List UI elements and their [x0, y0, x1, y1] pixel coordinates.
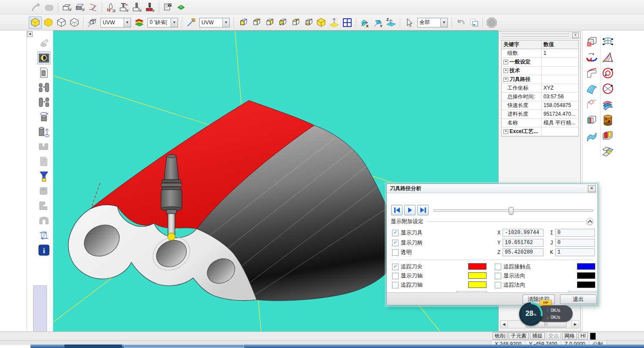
playback-slider[interactable] — [433, 209, 593, 212]
tool-holder-icon[interactable] — [37, 170, 50, 183]
y-position-field[interactable]: 19.651762 — [503, 239, 543, 247]
torus-icon[interactable] — [585, 50, 599, 64]
expand-icon[interactable]: + — [503, 60, 508, 64]
dialog-title-bar[interactable]: 刀具路径分析 ✕ — [387, 184, 597, 193]
expand-icon[interactable]: + — [503, 129, 508, 134]
expand-icon[interactable] — [503, 112, 506, 116]
uvw-arrow-icon[interactable] — [184, 17, 198, 29]
drill-red-block-icon[interactable] — [144, 1, 157, 13]
clipboard-icon[interactable] — [467, 17, 480, 29]
stock-box-blue-icon[interactable] — [74, 1, 87, 13]
stop-icon[interactable] — [485, 17, 498, 29]
expand-icon[interactable] — [503, 121, 506, 125]
drill-block-icon[interactable] — [131, 1, 144, 13]
scroll-right-arrow-icon[interactable]: ▶ — [571, 321, 579, 328]
table-row[interactable]: 进料长度951724.470... — [502, 110, 578, 119]
stock-height-icon[interactable] — [37, 125, 50, 138]
dialog-close-button[interactable]: ✕ — [588, 185, 596, 192]
shaded-cube-icon[interactable] — [29, 17, 42, 29]
drill-tool-icon[interactable] — [104, 1, 117, 13]
windows-taskbar[interactable] — [30, 345, 644, 348]
toggle-milling[interactable]: 铣削 — [493, 332, 507, 340]
cursor-icon[interactable] — [402, 17, 416, 29]
compare-stock-icon[interactable] — [37, 81, 50, 94]
toggle-snap[interactable]: 捕捉 — [530, 332, 545, 340]
play-button[interactable] — [404, 205, 416, 215]
split-stock-icon[interactable] — [37, 96, 50, 109]
mesh-surface-icon[interactable] — [601, 35, 615, 49]
show-axis-checkbox[interactable] — [392, 273, 399, 279]
swept-surface-icon[interactable] — [585, 82, 599, 96]
z-position-field[interactable]: 95.420289 — [503, 248, 543, 256]
undo-icon[interactable] — [454, 17, 467, 29]
table-row[interactable]: 快速长度158.054875 — [502, 101, 578, 110]
i-direction-field[interactable]: 0 — [555, 229, 595, 237]
solid-box-icon[interactable] — [585, 35, 599, 49]
chevron-down-icon[interactable]: ▼ — [222, 18, 229, 27]
collapse-left-toolbar-button[interactable]: ◀ — [27, 31, 33, 37]
view-back-cube-icon[interactable] — [249, 17, 262, 29]
post-process-icon[interactable] — [174, 1, 188, 13]
taskbar-segment[interactable] — [124, 345, 244, 348]
trace-tip-checkbox[interactable] — [392, 264, 399, 270]
patch-face-icon[interactable] — [601, 144, 615, 158]
panel-grip[interactable] — [501, 33, 569, 37]
expand-icon[interactable] — [503, 95, 506, 99]
axes-cube-icon[interactable] — [86, 17, 99, 29]
view-left-cube-icon[interactable] — [262, 17, 275, 29]
toggle-hi[interactable]: HI — [578, 332, 588, 340]
table-row[interactable]: 总操作时间:03:57:56 — [502, 93, 578, 101]
trace-contact-checkbox[interactable] — [495, 264, 501, 270]
table-row[interactable]: 名称模具 平行精... — [502, 119, 578, 127]
robot-arm-icon[interactable] — [30, 1, 43, 13]
toolpath-box-icon[interactable] — [117, 1, 131, 13]
chevron-down-icon[interactable]: ▼ — [171, 18, 178, 27]
axis-z-icon[interactable]: Z — [385, 17, 398, 29]
trace-tip-color-swatch[interactable] — [468, 263, 486, 270]
view-front-cube-icon[interactable] — [236, 17, 249, 29]
slider-thumb[interactable] — [509, 207, 513, 215]
uvw-combo-1[interactable]: UVW▼ — [101, 18, 131, 27]
toggle-subelement[interactable]: 子元素 — [509, 332, 529, 340]
toggle-intersection[interactable]: 交点 — [546, 332, 561, 340]
table-row[interactable]: +刀具路径 — [502, 75, 578, 84]
layer-combo[interactable]: 0 '缺省(▼ — [148, 18, 178, 27]
concentric-circles-icon[interactable] — [601, 66, 615, 80]
show-axis-color-swatch[interactable] — [468, 272, 486, 279]
rotate-stock-icon[interactable] — [37, 110, 50, 124]
color-indicator-swatch[interactable] — [590, 333, 596, 340]
view-right-cube-icon[interactable] — [275, 17, 288, 29]
view-iso-cube-icon[interactable] — [315, 17, 328, 29]
fillet-icon[interactable] — [585, 66, 599, 80]
simulation-view-icon[interactable] — [37, 51, 50, 64]
stock-box-icon[interactable] — [60, 1, 74, 13]
show-normal-checkbox[interactable] — [495, 273, 501, 279]
layers-icon[interactable] — [133, 17, 146, 29]
wireframe-cube-icon[interactable] — [55, 17, 68, 29]
plane-normal-icon[interactable] — [328, 17, 341, 29]
panel-title-bar[interactable]: × — [499, 32, 580, 39]
table-row[interactable]: +Excel工艺... — [502, 127, 578, 136]
crossed-circle-icon[interactable] — [601, 82, 615, 96]
axis-x-icon[interactable]: X — [359, 17, 372, 29]
chevron-down-icon[interactable]: ▼ — [440, 18, 447, 27]
transparent-checkbox[interactable] — [392, 249, 399, 256]
taskbar-segment[interactable] — [64, 345, 122, 348]
expand-icon[interactable]: + — [503, 68, 508, 73]
triangle-mesh-icon[interactable] — [601, 50, 615, 64]
nc-report-icon[interactable] — [161, 1, 174, 13]
show-normal-color-swatch[interactable] — [577, 272, 595, 279]
view-top-cube-icon[interactable] — [288, 17, 302, 29]
show-tool-checkbox[interactable] — [392, 230, 399, 236]
grid-icon[interactable] — [341, 17, 354, 29]
measure-distance-icon[interactable] — [87, 1, 100, 13]
go-to-start-button[interactable] — [391, 205, 402, 215]
collapse-section-button[interactable] — [586, 218, 594, 225]
trace-axis-color-swatch[interactable] — [468, 281, 486, 288]
view-bottom-cube-icon[interactable] — [302, 17, 315, 29]
wave-surface-icon[interactable] — [585, 129, 599, 143]
trace-normal-checkbox[interactable] — [495, 282, 501, 288]
axis-y-icon[interactable]: Y — [372, 17, 385, 29]
trace-axis-checkbox[interactable] — [392, 282, 399, 288]
progress-circle-widget[interactable]: 28% — [519, 302, 543, 326]
